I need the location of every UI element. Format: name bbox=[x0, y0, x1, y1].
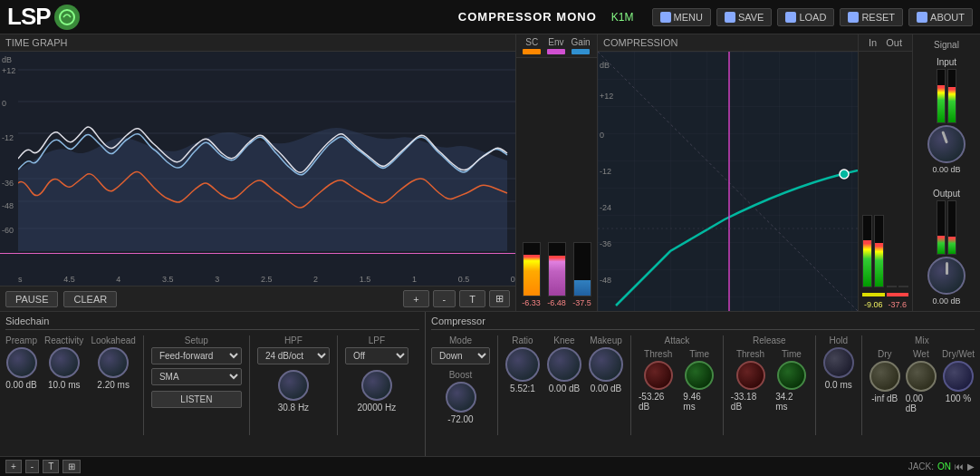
attack-time-knob[interactable] bbox=[685, 361, 714, 390]
remove-button[interactable]: - bbox=[25, 460, 39, 473]
env-meter-fill bbox=[549, 256, 565, 296]
listen-button[interactable]: LISTEN bbox=[151, 391, 242, 408]
comp-divider4 bbox=[815, 335, 816, 435]
bottom-row: Sidechain Preamp 0.00 dB Reactivity 10.0… bbox=[0, 311, 980, 456]
time-label-1_5: 1.5 bbox=[360, 275, 371, 284]
svg-text:-48: -48 bbox=[600, 276, 611, 285]
input-signal-label: Input bbox=[937, 57, 956, 67]
compression-graph-container: COMPRESSION bbox=[598, 34, 858, 311]
time-graph-area[interactable]: dB +12 0 -12 -36 -48 -60 bbox=[0, 52, 515, 286]
jack-label: JACK: bbox=[908, 461, 934, 471]
input-value: 0.00 dB bbox=[932, 165, 960, 174]
drywet-knob[interactable] bbox=[943, 361, 974, 392]
load-button[interactable]: LOAD bbox=[777, 8, 834, 26]
release-thresh-knob[interactable] bbox=[736, 361, 765, 390]
boost-knob[interactable] bbox=[446, 382, 476, 413]
time-label-3: 3 bbox=[215, 275, 219, 284]
hpf-slope-select[interactable]: 24 dB/oct bbox=[257, 347, 330, 364]
gain-meter bbox=[573, 242, 591, 296]
text-tool-button[interactable]: T bbox=[43, 460, 59, 473]
compression-graph[interactable]: in -60 -48 -36 -24 -12 0 +12 dB dB +12 bbox=[598, 52, 858, 311]
comp-divider2 bbox=[630, 335, 631, 435]
time-label-3_5: 3.5 bbox=[162, 275, 174, 284]
input-knob[interactable] bbox=[927, 125, 966, 163]
sc-label: SC bbox=[525, 37, 538, 47]
add-button[interactable]: + bbox=[5, 460, 22, 473]
reset-button[interactable]: RESET bbox=[840, 8, 903, 26]
lpf-knob[interactable] bbox=[361, 370, 392, 401]
lookahead-value: 2.20 ms bbox=[97, 380, 130, 390]
release-group-inner: Thresh -33.18 dB Time 34.2 ms bbox=[731, 349, 808, 412]
db-label-12: +12 bbox=[2, 66, 15, 75]
text-mode-button[interactable]: T bbox=[459, 290, 485, 307]
release-group-label: Release bbox=[753, 335, 786, 345]
lpf-slope-select[interactable]: Off bbox=[345, 347, 408, 364]
about-button[interactable]: ABOUT bbox=[908, 8, 973, 26]
zoom-button[interactable]: ⊞ bbox=[489, 290, 510, 307]
dry-knob[interactable] bbox=[870, 361, 900, 392]
gain-col-header: Gain bbox=[572, 37, 591, 54]
remove-track-button[interactable]: - bbox=[433, 290, 456, 307]
output-signal-section: Output bbox=[927, 189, 966, 306]
hold-knob[interactable] bbox=[823, 347, 854, 378]
sma-select[interactable]: SMA bbox=[151, 368, 242, 385]
release-time-param: Time 34.2 ms bbox=[775, 349, 808, 412]
env-col-header: Env bbox=[547, 37, 565, 54]
boost-label: Boost bbox=[449, 370, 473, 380]
save-button[interactable]: SAVE bbox=[716, 8, 773, 26]
signal-panel: Signal Input bbox=[912, 34, 980, 311]
preamp-knob[interactable] bbox=[6, 347, 37, 378]
sc-col-header: SC bbox=[523, 37, 541, 54]
setup-selects: Feed-forward SMA bbox=[151, 347, 242, 385]
menu-button[interactable]: MENU bbox=[652, 8, 711, 26]
makeup-knob[interactable] bbox=[589, 347, 623, 382]
clear-button[interactable]: CLEAR bbox=[63, 291, 117, 307]
feedforward-select[interactable]: Feed-forward bbox=[151, 347, 242, 364]
knee-knob[interactable] bbox=[547, 347, 581, 382]
gain-label: Gain bbox=[572, 37, 591, 47]
reactivity-param: Reactivity 10.0 ms bbox=[44, 335, 83, 390]
attack-thresh-value: -53.26 dB bbox=[639, 392, 677, 412]
makeup-param: Makeup 0.00 dB bbox=[589, 335, 623, 393]
input-signal-meter-r-fill bbox=[948, 87, 956, 122]
add-track-button[interactable]: + bbox=[403, 290, 428, 307]
wet-knob[interactable] bbox=[906, 361, 937, 392]
mode-select[interactable]: Down bbox=[431, 347, 490, 364]
attack-group-inner: Thresh -53.26 dB Time 9.46 ms bbox=[639, 349, 716, 412]
reactivity-knob[interactable] bbox=[49, 347, 80, 378]
input-signal-meter-l-fill bbox=[937, 85, 945, 122]
pause-button[interactable]: PAUSE bbox=[5, 291, 58, 307]
in-meter-group bbox=[862, 215, 884, 287]
drywet-value: 100 % bbox=[946, 393, 971, 403]
status-bar-left: + - T ⊞ bbox=[5, 460, 81, 473]
attack-thresh-knob[interactable] bbox=[644, 361, 673, 390]
in-indicator bbox=[862, 293, 885, 296]
output-knob[interactable] bbox=[927, 257, 966, 295]
release-thresh-param: Thresh -33.18 dB bbox=[731, 349, 770, 412]
mode-label: Mode bbox=[449, 335, 472, 345]
setup-param: Setup Feed-forward SMA LISTEN bbox=[151, 335, 242, 408]
output-signal-label: Output bbox=[933, 189, 960, 199]
lookahead-param: Lookahead 2.20 ms bbox=[91, 335, 136, 390]
sc-meter-col: -6.33 bbox=[520, 242, 543, 307]
hpf-knob[interactable] bbox=[278, 370, 309, 401]
ratio-label: Ratio bbox=[512, 335, 533, 345]
lookahead-knob[interactable] bbox=[98, 347, 129, 378]
release-time-value: 34.2 ms bbox=[775, 392, 808, 412]
svg-point-10 bbox=[840, 170, 849, 179]
input-signal-meter bbox=[937, 69, 956, 123]
sc-divider2 bbox=[249, 335, 250, 435]
lpf-label: LPF bbox=[369, 335, 385, 345]
gain-meter-fill bbox=[574, 280, 591, 296]
grid-tool-button[interactable]: ⊞ bbox=[62, 460, 81, 473]
svg-text:0: 0 bbox=[600, 131, 604, 140]
menu-icon bbox=[660, 12, 671, 23]
ratio-knob[interactable] bbox=[505, 347, 540, 382]
release-thresh-label: Thresh bbox=[736, 349, 764, 359]
release-time-knob[interactable] bbox=[777, 361, 806, 390]
compression-header: COMPRESSION bbox=[598, 34, 858, 52]
dry-param: Dry -inf dB bbox=[870, 349, 900, 413]
time-label-2: 2 bbox=[313, 275, 318, 284]
in-meter-left-fill bbox=[863, 240, 871, 287]
reactivity-value: 10.0 ms bbox=[48, 380, 81, 390]
